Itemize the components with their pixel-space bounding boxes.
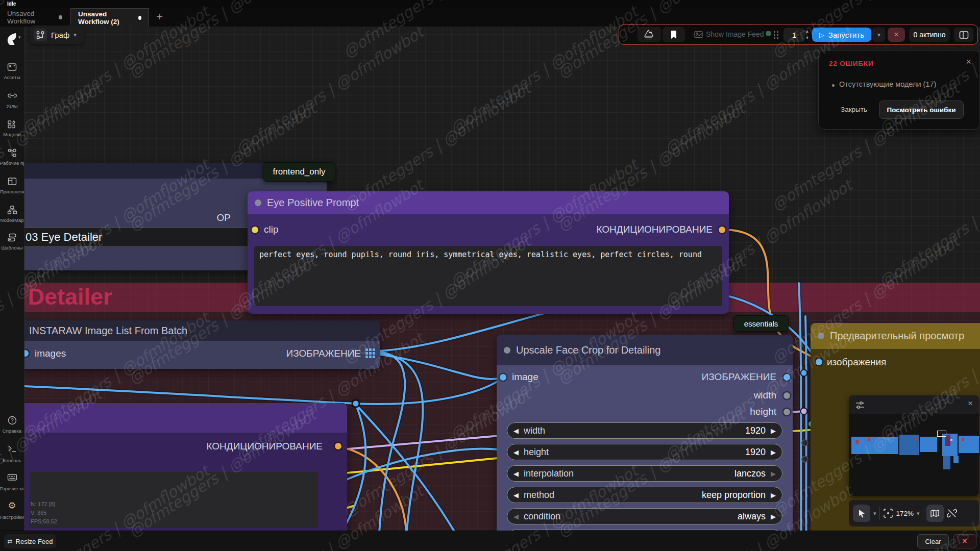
zoom-level[interactable]: 172% [896, 510, 914, 517]
minimap-panel[interactable]: × [849, 395, 979, 496]
close-icon[interactable]: × [968, 398, 973, 409]
minimap-image[interactable] [849, 414, 979, 496]
node-eye-positive-prompt[interactable]: Eye Positive Prompt clip КОНДИЦИОНИРОВАН… [248, 191, 729, 314]
collapse-dot[interactable] [818, 333, 824, 339]
output-slot-conditioning[interactable] [335, 443, 341, 449]
collapse-dot[interactable] [504, 347, 510, 354]
split-panel-icon [959, 31, 969, 39]
node-title: Предварительный просмотр [830, 330, 964, 342]
node-upscale-face-crop[interactable]: Upscale Face Crop for Detailing image ИЗ… [497, 335, 793, 551]
tab-unsaved-workflow[interactable]: Unsaved Workflow [0, 8, 69, 27]
cancel-run-button[interactable]: × [888, 28, 905, 42]
sidebar-item-console[interactable] [0, 444, 24, 456]
widget-method[interactable]: ◀ method keep proportion ▶ [507, 487, 782, 503]
node-header[interactable] [0, 403, 347, 433]
graph-icon [34, 29, 47, 41]
svg-text:?: ? [11, 418, 14, 423]
new-tab-button[interactable]: + [153, 10, 166, 23]
sidebar-item-assets[interactable] [0, 62, 24, 74]
decrement-arrow[interactable]: ◀ [513, 491, 519, 499]
prompt-text-widget[interactable] [30, 472, 318, 528]
dismiss-button[interactable]: Закрыть [834, 101, 874, 118]
minimap-viewport[interactable] [937, 431, 946, 437]
decrement-arrow[interactable]: ◀ [513, 470, 519, 478]
drag-handle[interactable] [774, 31, 775, 33]
increment-arrow[interactable]: ▶ [771, 491, 776, 499]
widget-height[interactable]: ◀ height 1920 ▶ [507, 444, 782, 460]
play-icon: ▷ [819, 31, 824, 39]
sidebar-item-help[interactable]: ? [0, 415, 24, 428]
reroute-dot[interactable] [352, 400, 359, 407]
cursor-icon [857, 509, 866, 518]
bookmark-button[interactable] [663, 27, 685, 42]
node-instaraw-image-list[interactable]: INSTARAW Image List From Batch images ИЗ… [0, 320, 380, 369]
badge-essentials: essentials [733, 315, 789, 332]
resize-feed-button[interactable]: ⇄ Resize Feed [4, 534, 56, 548]
canvas-controls: ▾ 172% ▾ [849, 500, 979, 527]
zoom-chevron[interactable]: ▾ [917, 510, 920, 517]
node-header[interactable]: INSTARAW Image List From Batch [0, 320, 380, 341]
batch-count-input[interactable]: 1 [783, 28, 805, 42]
widget-interpolation[interactable]: ◀ interpolation lanczos ▶ [507, 465, 782, 482]
filter-sliders-icon[interactable] [855, 400, 865, 410]
node-header[interactable]: Upscale Face Crop for Detailing [497, 335, 793, 365]
feed-sparkle-icon [766, 31, 771, 36]
graph-menu-button[interactable]: Граф ▾ [30, 26, 84, 44]
decrement-arrow[interactable]: ◀ [513, 513, 519, 520]
window-title-strip: Idle [0, 0, 980, 8]
batch-output-grid-icon[interactable] [365, 348, 375, 358]
input-slot-images[interactable] [816, 359, 822, 365]
view-errors-button[interactable]: Посмотреть ошибки [879, 101, 964, 119]
output-slot-image[interactable] [783, 374, 790, 381]
output-label: OP [217, 212, 231, 223]
node-negative-prompt[interactable]: КОНДИЦИОНИРОВАНИЕ [0, 403, 347, 551]
decrement-arrow[interactable]: ◀ [513, 448, 519, 456]
count-decrement[interactable]: ▾ [806, 34, 808, 41]
sidebar-item-settings[interactable]: ⚙ [0, 500, 24, 511]
clear-feed-button[interactable]: Clear [917, 534, 949, 548]
divider [879, 507, 880, 520]
run-options-chevron[interactable]: ▾ [873, 28, 885, 42]
close-feed-button[interactable]: × [953, 534, 976, 548]
output-slot-conditioning[interactable] [719, 227, 725, 233]
widget-condition[interactable]: ◀ condition always ▶ [507, 508, 782, 524]
pointer-mode-chevron[interactable]: ▾ [873, 510, 876, 517]
prompt-text-widget[interactable]: perfect eyes, round pupils, round iris, … [254, 246, 722, 306]
output-slot-height[interactable] [783, 409, 790, 415]
comfyui-logo[interactable] [5, 32, 18, 45]
node-header[interactable]: Предварительный просмотр [811, 323, 980, 349]
sidebar-item-models[interactable] [0, 119, 24, 131]
sidebar-item-apps[interactable] [0, 177, 24, 188]
canvas-stats: N: 172 [8] V: 365 FPS:59.52 [31, 500, 57, 526]
sidebar-item-nodes[interactable] [0, 91, 24, 103]
tab-unsaved-workflow-2[interactable]: Unsaved Workflow (2) [70, 8, 149, 27]
logo-chevron[interactable]: ▾ [18, 35, 21, 40]
run-toolbar: Show Image Feed 1 ▴ ▾ ▷ Запустить ▾ × 0 … [619, 24, 978, 45]
input-slot-clip[interactable] [252, 227, 258, 233]
sidebar-item-workflows[interactable] [0, 148, 24, 160]
sidebar-item-hotkeys[interactable] [0, 472, 24, 484]
increment-arrow[interactable]: ▶ [771, 513, 776, 520]
count-increment[interactable]: ▴ [806, 28, 808, 34]
decrement-arrow[interactable]: ◀ [513, 427, 519, 435]
minimap-toggle-button[interactable] [926, 505, 944, 522]
increment-arrow[interactable]: ▶ [771, 448, 776, 456]
collapse-dot[interactable] [255, 199, 261, 206]
increment-arrow[interactable]: ▶ [771, 427, 776, 435]
input-slot-image[interactable] [500, 374, 506, 381]
fit-view-icon[interactable] [883, 508, 893, 518]
logo-queue-button[interactable] [638, 27, 661, 42]
node-header[interactable]: Eye Positive Prompt [248, 191, 729, 214]
toggle-panel-button[interactable] [954, 28, 973, 42]
toggle-links-icon[interactable] [947, 508, 957, 518]
node-title: Upscale Face Crop for Detailing [516, 344, 660, 356]
close-icon[interactable]: × [966, 57, 971, 67]
widget-width[interactable]: ◀ width 1920 ▶ [507, 422, 782, 439]
active-jobs-button[interactable]: 0 активно [909, 28, 950, 42]
run-button[interactable]: ▷ Запустить [812, 28, 871, 42]
pointer-mode-button[interactable] [853, 505, 870, 522]
sidebar-item-nodesmap[interactable] [0, 205, 24, 217]
increment-arrow[interactable]: ▶ [771, 470, 776, 478]
output-slot-width[interactable] [783, 392, 790, 399]
sidebar-item-templates[interactable] [0, 233, 24, 244]
